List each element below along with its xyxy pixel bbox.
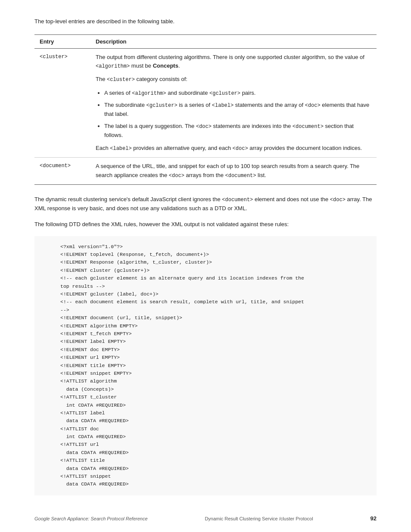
cluster-desc-1: The output from different clustering alg… (96, 53, 371, 71)
entries-table: Entry Description <cluster> The output f… (34, 34, 377, 185)
body-para-2: The following DTD defines the XML rules,… (34, 220, 377, 229)
bullet-2: The subordinate <gcluster> is a series o… (104, 101, 371, 118)
desc-cluster: The output from different clustering alg… (90, 48, 377, 157)
document-desc-1: A sequence of the URL, title, and snippe… (96, 162, 371, 180)
table-row: <document> A sequence of the URL, title,… (34, 157, 377, 184)
intro-text: The top-level entries are described in t… (34, 17, 377, 26)
footer-left: Google Search Appliance: Search Protocol… (34, 516, 148, 521)
table-header-description: Description (90, 34, 377, 48)
page-number: 92 (371, 515, 377, 522)
footer-center: Dynamic Result Clustering Service /clust… (148, 516, 371, 521)
bullet-3: The label is a query suggestion. The <do… (104, 122, 371, 140)
table-row: <cluster> The output from different clus… (34, 48, 377, 157)
dtd-code-block: <?xml version="1.0"?> <!ELEMENT toplevel… (34, 236, 377, 495)
cluster-desc-3: Each <label> provides an alternative que… (96, 144, 371, 153)
table-header-entry: Entry (34, 34, 90, 48)
cluster-bullets: A series of <algorithm> and subordinate … (104, 89, 371, 140)
entry-cluster: <cluster> (34, 48, 90, 157)
body-para-1: The dynamic result clustering service's … (34, 195, 377, 213)
entry-document: <document> (34, 157, 90, 184)
page-footer: Google Search Appliance: Search Protocol… (0, 515, 411, 522)
cluster-desc-2: The <cluster> category consists of: (96, 75, 371, 84)
bullet-1: A series of <algorithm> and subordinate … (104, 89, 371, 98)
desc-document: A sequence of the URL, title, and snippe… (90, 157, 377, 184)
